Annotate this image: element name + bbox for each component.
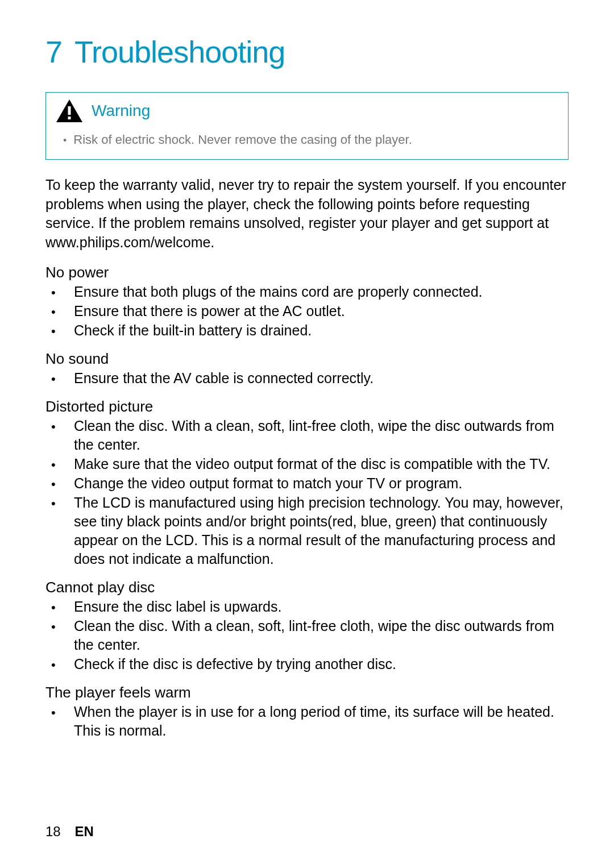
list-item-text: Ensure that both plugs of the mains cord…	[74, 283, 569, 301]
list-item: •Ensure that both plugs of the mains cor…	[45, 283, 569, 301]
warning-triangle-icon	[55, 98, 84, 123]
troubleshoot-section: Distorted picture•Clean the disc. With a…	[45, 398, 569, 568]
list-item-text: Check if the built-in battery is drained…	[74, 321, 569, 340]
section-heading: The player feels warm	[45, 684, 569, 701]
bullet-list: •Ensure the disc label is upwards.•Clean…	[45, 597, 569, 674]
chapter-title: Troubleshooting	[74, 35, 285, 69]
warning-text: Risk of electric shock. Never remove the…	[73, 131, 412, 149]
bullet-dot: •	[45, 618, 74, 635]
chapter-heading: 7Troubleshooting	[45, 34, 569, 69]
bullet-dot: •	[45, 657, 74, 673]
svg-rect-1	[68, 117, 71, 119]
list-item-text: Check if the disc is defective by trying…	[74, 655, 569, 674]
bullet-dot: •	[45, 599, 74, 616]
bullet-dot: •	[45, 284, 74, 301]
list-item: •Check if the built-in battery is draine…	[45, 321, 569, 340]
list-item: •Check if the disc is defective by tryin…	[45, 655, 569, 674]
list-item: •Make sure that the video output format …	[45, 455, 569, 474]
list-item-text: The LCD is manufactured using high preci…	[74, 493, 569, 568]
list-item-text: Clean the disc. With a clean, soft, lint…	[74, 617, 569, 654]
section-heading: No sound	[45, 350, 569, 368]
bullet-dot: •	[63, 134, 67, 148]
list-item: •When the player is in use for a long pe…	[45, 703, 569, 740]
svg-rect-0	[68, 106, 71, 115]
list-item-text: Make sure that the video output format o…	[74, 455, 569, 474]
bullet-dot: •	[45, 304, 74, 320]
list-item: •Ensure that the AV cable is connected c…	[45, 369, 569, 388]
warning-body: • Risk of electric shock. Never remove t…	[46, 127, 568, 159]
section-heading: No power	[45, 264, 569, 281]
warning-title: Warning	[92, 102, 150, 120]
bullet-dot: •	[45, 704, 74, 721]
bullet-dot: •	[45, 371, 74, 387]
troubleshoot-section: No power•Ensure that both plugs of the m…	[45, 264, 569, 340]
bullet-dot: •	[45, 456, 74, 473]
troubleshoot-section: The player feels warm•When the player is…	[45, 684, 569, 740]
intro-paragraph: To keep the warranty valid, never try to…	[45, 176, 569, 252]
list-item: •Change the video output format to match…	[45, 474, 569, 493]
section-heading: Distorted picture	[45, 398, 569, 416]
bullet-list: •Ensure that the AV cable is connected c…	[45, 369, 569, 388]
section-heading: Cannot play disc	[45, 579, 569, 596]
bullet-dot: •	[45, 495, 74, 512]
list-item-text: Ensure that the AV cable is connected co…	[74, 369, 569, 388]
list-item: •The LCD is manufactured using high prec…	[45, 493, 569, 568]
bullet-dot: •	[45, 323, 74, 339]
list-item-text: Change the video output format to match …	[74, 474, 569, 493]
bullet-list: •Clean the disc. With a clean, soft, lin…	[45, 417, 569, 568]
warning-box: Warning • Risk of electric shock. Never …	[45, 92, 569, 160]
list-item: •Clean the disc. With a clean, soft, lin…	[45, 617, 569, 654]
footer-page-number: 18	[45, 824, 61, 839]
bullet-list: •Ensure that both plugs of the mains cor…	[45, 283, 569, 340]
list-item: •Ensure that there is power at the AC ou…	[45, 302, 569, 321]
troubleshoot-section: No sound•Ensure that the AV cable is con…	[45, 350, 569, 388]
list-item-text: Ensure the disc label is upwards.	[74, 597, 569, 616]
list-item: •Clean the disc. With a clean, soft, lin…	[45, 417, 569, 454]
bullet-list: •When the player is in use for a long pe…	[45, 703, 569, 740]
chapter-number: 7	[45, 34, 62, 69]
troubleshoot-section: Cannot play disc•Ensure the disc label i…	[45, 579, 569, 674]
list-item-text: Ensure that there is power at the AC out…	[74, 302, 569, 321]
list-item: •Ensure the disc label is upwards.	[45, 597, 569, 616]
bullet-dot: •	[45, 418, 74, 435]
list-item-text: Clean the disc. With a clean, soft, lint…	[74, 417, 569, 454]
page-footer: 18 EN	[45, 824, 94, 840]
footer-language: EN	[74, 824, 93, 839]
bullet-dot: •	[45, 476, 74, 492]
warning-header: Warning	[46, 93, 568, 127]
list-item-text: When the player is in use for a long per…	[74, 703, 569, 740]
